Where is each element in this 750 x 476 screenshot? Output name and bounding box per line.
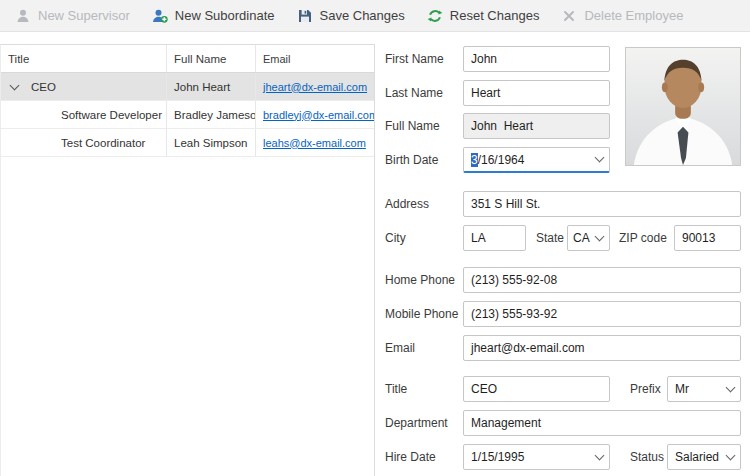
- state-field[interactable]: CA: [567, 225, 610, 251]
- zip-field[interactable]: 90013: [674, 225, 741, 251]
- hire-date-field[interactable]: 1/15/1995: [463, 444, 610, 470]
- column-header-email[interactable]: Email: [256, 45, 374, 72]
- tree-row-test-coordinator[interactable]: Test Coordinator Leah Simpson leahs@dx-e…: [1, 129, 374, 157]
- zip-label: ZIP code: [619, 225, 667, 251]
- prefix-label: Prefix: [630, 376, 661, 402]
- first-name-label: First Name: [385, 46, 444, 72]
- title-label: Title: [385, 376, 407, 402]
- email-link[interactable]: bradleyj@dx-email.com: [263, 109, 374, 121]
- tree-row-software-developer[interactable]: Software Developer Bradley Jameson bradl…: [1, 101, 374, 129]
- department-field[interactable]: Management: [463, 410, 741, 436]
- address-label: Address: [385, 191, 429, 217]
- home-phone-label: Home Phone: [385, 267, 455, 293]
- toolbar-button-label: Reset Changes: [450, 8, 540, 23]
- email-cell: bradleyj@dx-email.com: [256, 101, 374, 128]
- collapse-icon[interactable]: [10, 80, 20, 90]
- email-link[interactable]: jheart@dx-email.com: [263, 81, 367, 93]
- full-name-field[interactable]: John Heart: [463, 113, 610, 139]
- employee-photo[interactable]: [625, 47, 741, 166]
- mobile-phone-label: Mobile Phone: [385, 301, 458, 327]
- status-value: Salaried: [675, 445, 723, 469]
- email-cell: jheart@dx-email.com: [256, 73, 374, 100]
- chevron-down-icon[interactable]: [595, 153, 605, 163]
- hire-date-label: Hire Date: [385, 444, 436, 470]
- x-icon: [561, 8, 577, 24]
- status-field[interactable]: Salaried: [667, 444, 741, 470]
- full-name-cell: Bradley Jameson: [167, 101, 256, 128]
- selected-text: 3: [471, 153, 478, 167]
- mobile-phone-field[interactable]: (213) 555-93-92: [463, 301, 741, 327]
- chevron-down-icon[interactable]: [595, 231, 605, 241]
- birth-date-field[interactable]: 3/16/1964: [463, 147, 610, 173]
- toolbar-button-label: New Supervisor: [38, 8, 130, 23]
- save-changes-button[interactable]: Save Changes: [286, 0, 416, 32]
- email-label: Email: [385, 335, 415, 361]
- last-name-field[interactable]: Heart: [463, 80, 610, 106]
- prefix-field[interactable]: Mr: [667, 376, 741, 402]
- new-supervisor-button[interactable]: New Supervisor: [4, 0, 141, 32]
- state-label: State: [536, 225, 564, 251]
- user-plus-icon: [152, 8, 168, 24]
- column-header-title[interactable]: Title: [1, 45, 167, 72]
- department-label: Department: [385, 410, 448, 436]
- address-field[interactable]: 351 S Hill St.: [463, 191, 741, 217]
- toolbar: New Supervisor New Subordinate Save Chan…: [0, 0, 750, 32]
- reset-changes-button[interactable]: Reset Changes: [416, 0, 551, 32]
- last-name-label: Last Name: [385, 80, 443, 106]
- city-label: City: [385, 225, 406, 251]
- full-name-cell: John Heart: [167, 73, 256, 100]
- refresh-icon: [427, 8, 443, 24]
- email-link[interactable]: leahs@dx-email.com: [263, 137, 366, 149]
- column-header-full-name[interactable]: Full Name: [167, 45, 256, 72]
- tree-row-ceo[interactable]: CEO John Heart jheart@dx-email.com: [1, 73, 374, 101]
- chevron-down-icon[interactable]: [726, 450, 736, 460]
- email-cell: leahs@dx-email.com: [256, 129, 374, 156]
- title-cell: CEO: [1, 73, 167, 100]
- home-phone-field[interactable]: (213) 555-92-08: [463, 267, 741, 293]
- employee-tree: Title Full Name Email CEO John Heart jhe…: [0, 44, 375, 476]
- birth-date-label: Birth Date: [385, 147, 438, 173]
- new-subordinate-button[interactable]: New Subordinate: [141, 0, 286, 32]
- title-cell: Software Developer: [1, 101, 167, 128]
- first-name-field[interactable]: John: [463, 46, 610, 72]
- prefix-value: Mr: [675, 377, 723, 401]
- email-field[interactable]: jheart@dx-email.com: [463, 335, 741, 361]
- full-name-label: Full Name: [385, 113, 440, 139]
- chevron-down-icon[interactable]: [595, 450, 605, 460]
- city-field[interactable]: LA: [463, 225, 526, 251]
- rest-text: /16/1964: [478, 153, 525, 167]
- state-value: CA: [573, 226, 592, 250]
- full-name-cell: Leah Simpson: [167, 129, 256, 156]
- toolbar-button-label: New Subordinate: [175, 8, 275, 23]
- title-cell: Test Coordinator: [1, 129, 167, 156]
- title-field[interactable]: CEO: [463, 376, 610, 402]
- title-text: CEO: [31, 81, 56, 93]
- status-label: Status: [630, 444, 664, 470]
- user-icon: [15, 8, 31, 24]
- toolbar-button-label: Delete Employee: [584, 8, 683, 23]
- portrait-image: [626, 48, 740, 165]
- tree-header: Title Full Name Email: [1, 45, 374, 73]
- hire-date-value: 1/15/1995: [471, 445, 592, 469]
- save-icon: [297, 8, 313, 24]
- birth-date-value: 3/16/1964: [471, 149, 592, 171]
- chevron-down-icon[interactable]: [726, 382, 736, 392]
- toolbar-button-label: Save Changes: [320, 8, 405, 23]
- delete-employee-button[interactable]: Delete Employee: [550, 0, 694, 32]
